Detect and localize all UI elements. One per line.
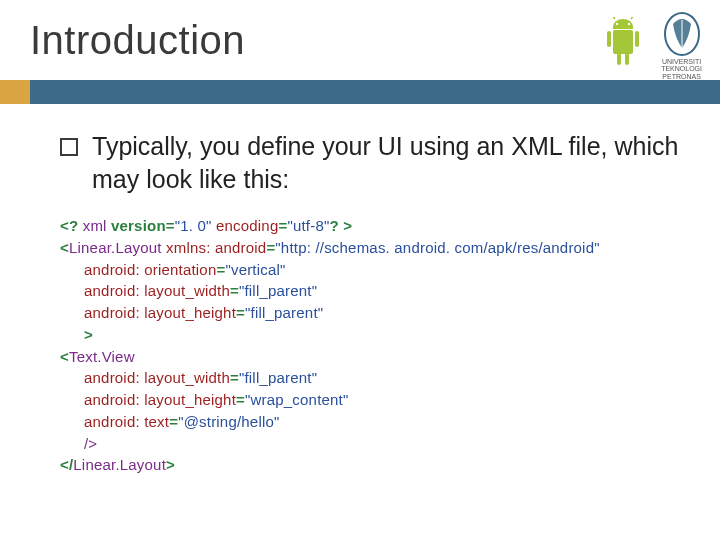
code-line: android: layout_width="fill_parent" — [60, 280, 684, 302]
bullet-marker — [60, 138, 78, 156]
logo-group: UNIVERSITI TEKNOLOGI PETRONAS — [599, 12, 702, 80]
code-line: <Text.View — [60, 346, 684, 368]
code-line: /> — [60, 433, 684, 455]
svg-rect-7 — [617, 53, 621, 65]
code-line: <Linear.Layout xmlns: android="http: //s… — [60, 237, 684, 259]
svg-rect-6 — [635, 31, 639, 47]
slide-title: Introduction — [30, 18, 245, 63]
svg-line-2 — [612, 17, 615, 19]
android-logo — [599, 17, 647, 75]
svg-rect-4 — [613, 30, 633, 54]
bullet-item: Typically, you define your UI using an X… — [60, 130, 684, 195]
title-underline-accent — [0, 80, 30, 104]
slide-body: Typically, you define your UI using an X… — [60, 130, 684, 476]
title-underline-bar — [0, 80, 720, 104]
svg-point-0 — [616, 23, 618, 25]
university-logo-caption: UNIVERSITI TEKNOLOGI PETRONAS — [661, 58, 702, 80]
code-line: android: text="@string/hello" — [60, 411, 684, 433]
code-line: android: orientation="vertical" — [60, 259, 684, 281]
code-line: > — [60, 324, 684, 346]
code-line: android: layout_width="fill_parent" — [60, 367, 684, 389]
bullet-text: Typically, you define your UI using an X… — [92, 130, 684, 195]
code-line: <? xml version="1. 0" encoding="utf-8"? … — [60, 215, 684, 237]
university-logo: UNIVERSITI TEKNOLOGI PETRONAS — [661, 12, 702, 80]
code-line: </Linear.Layout> — [60, 454, 684, 476]
svg-line-3 — [631, 17, 634, 19]
svg-rect-8 — [625, 53, 629, 65]
svg-point-1 — [628, 23, 630, 25]
svg-rect-5 — [607, 31, 611, 47]
code-line: android: layout_height="fill_parent" — [60, 302, 684, 324]
code-line: android: layout_height="wrap_content" — [60, 389, 684, 411]
xml-code-block: <? xml version="1. 0" encoding="utf-8"? … — [60, 215, 684, 476]
